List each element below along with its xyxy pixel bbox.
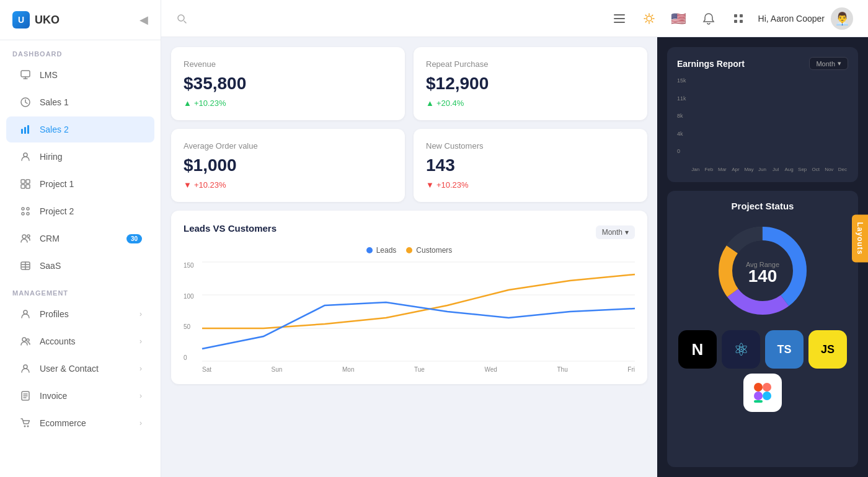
layouts-tab[interactable]: Layouts (852, 214, 868, 262)
figma-logo (743, 374, 782, 412)
y-15k: 15k (677, 77, 686, 84)
lms-label: LMS (40, 70, 58, 80)
project1-label: Project 1 (40, 179, 74, 189)
sales1-label: Sales 1 (40, 97, 69, 107)
month-filter[interactable]: Month ▾ (596, 225, 635, 239)
sidebar-item-sales1[interactable]: Sales 1 (6, 89, 154, 115)
flag-icon[interactable]: 🇺🇸 (669, 9, 689, 28)
sidebar-item-ecommerce[interactable]: Ecommerce › (6, 410, 154, 436)
sidebar-item-invoice[interactable]: Invoice › (6, 383, 154, 409)
profiles-label: Profiles (40, 309, 69, 319)
y-label-100: 100 (184, 293, 194, 300)
svg-point-15 (27, 235, 30, 237)
sidebar-item-lms[interactable]: LMS (6, 62, 154, 88)
avatar: 👨‍💼 (831, 7, 853, 30)
svg-point-19 (27, 339, 29, 341)
lms-icon (19, 68, 32, 82)
svg-point-14 (22, 235, 26, 239)
bar-labels: Jan Feb Mar Apr May Jun Jul Aug Sep Oc (690, 167, 848, 172)
search-icon (176, 13, 187, 24)
svg-rect-7 (26, 180, 30, 183)
sidebar-item-project2[interactable]: Project 2 (6, 198, 154, 224)
leads-legend: Leads (366, 246, 397, 255)
menu-icon[interactable] (609, 9, 629, 28)
saas-icon (19, 259, 32, 273)
project2-icon (19, 204, 32, 218)
profiles-icon (19, 307, 32, 321)
y-label-150: 150 (184, 262, 194, 269)
y-8k: 8k (677, 113, 686, 119)
bar-label-jun: Jun (756, 167, 768, 172)
leads-chart-title: Leads VS Customers (184, 223, 277, 234)
up-arrow-icon2: ▲ (426, 98, 434, 108)
apps-icon[interactable] (728, 9, 748, 28)
user-contact-label: User & Contact (40, 364, 99, 374)
customers-legend-label: Customers (416, 246, 452, 255)
earnings-y-axis: 15k 11k 8k 4k 0 (677, 77, 686, 164)
line-chart-svg (202, 262, 635, 361)
customers-legend: Customers (406, 246, 452, 255)
revenue-change: ▲ +10.23% (184, 98, 392, 108)
sidebar-item-hiring[interactable]: Hiring (6, 144, 154, 170)
invoice-chevron: › (140, 392, 142, 400)
bar-label-may: May (743, 167, 755, 172)
chart-legend: Leads Customers (184, 246, 635, 255)
svg-rect-6 (21, 180, 25, 183)
svg-rect-0 (21, 71, 30, 77)
nextjs-logo: N (678, 330, 717, 369)
sidebar-item-sales2[interactable]: Sales 2 (6, 116, 154, 142)
sidebar-logo: U UKO ◀ (0, 0, 161, 40)
figma-icon (754, 383, 771, 403)
leads-chart-card: Leads VS Customers Month ▾ Leads Custome… (171, 211, 647, 384)
svg-rect-44 (754, 400, 763, 403)
crm-badge: 30 (126, 234, 142, 243)
earnings-month-selector[interactable]: Month ▾ (809, 57, 848, 70)
content-area: Revenue $35,800 ▲ +10.23% Repeat Purchas… (161, 37, 868, 477)
sidebar-item-accounts[interactable]: Accounts › (6, 328, 154, 354)
x-label-sat: Sat (202, 366, 211, 373)
x-axis-labels: Sat Sun Mon Tue Wed Thu Fri (202, 366, 635, 373)
repeat-purchase-label: Repeat Purchase (426, 59, 635, 69)
sidebar-item-crm[interactable]: CRM 30 (6, 225, 154, 252)
x-label-tue: Tue (414, 366, 425, 373)
x-label-wed: Wed (485, 366, 497, 373)
avg-order-change: ▼ +10.23% (184, 180, 392, 190)
user-contact-chevron: › (140, 364, 142, 373)
javascript-logo: JS (808, 330, 847, 369)
invoice-icon (19, 389, 32, 403)
sales2-icon (19, 123, 32, 136)
bar-label-dec: Dec (837, 167, 849, 172)
search-box[interactable] (176, 13, 600, 24)
leads-chart-header: Leads VS Customers Month ▾ (184, 223, 635, 241)
svg-point-17 (24, 310, 27, 314)
leads-legend-label: Leads (376, 246, 397, 255)
revenue-card: Revenue $35,800 ▲ +10.23% (171, 47, 405, 120)
hiring-label: Hiring (40, 152, 63, 162)
accounts-chevron: › (140, 337, 142, 346)
sidebar-item-saas[interactable]: SaaS (6, 253, 154, 279)
svg-rect-2 (21, 129, 23, 134)
bar-label-aug: Aug (783, 167, 795, 172)
theme-icon[interactable] (639, 9, 659, 28)
svg-rect-4 (27, 125, 29, 134)
tech-logos: N ⚛ TS JS (677, 330, 848, 412)
bar-label-nov: Nov (823, 167, 835, 172)
svg-rect-28 (734, 20, 737, 23)
svg-point-11 (27, 208, 29, 210)
svg-point-13 (27, 212, 29, 215)
sidebar-item-project1[interactable]: Project 1 (6, 171, 154, 197)
new-customers-value: 143 (426, 155, 635, 175)
hiring-icon (19, 150, 32, 164)
avg-order-label: Average Order value (184, 141, 392, 151)
notification-icon[interactable] (699, 9, 719, 28)
svg-point-18 (22, 338, 26, 341)
sidebar-item-user-contact[interactable]: User & Contact › (6, 356, 154, 382)
earnings-title: Earnings Report (677, 59, 745, 69)
sidebar-collapse-button[interactable]: ◀ (140, 13, 148, 27)
accounts-icon (19, 335, 32, 348)
sidebar-item-profiles[interactable]: Profiles › (6, 301, 154, 327)
bar-label-sep: Sep (797, 167, 808, 172)
topbar: 🇺🇸 Hi, Aaron Cooper 👨‍💼 (161, 0, 868, 37)
y-label-50: 50 (184, 323, 194, 330)
new-customers-change: ▼ +10.23% (426, 180, 635, 190)
